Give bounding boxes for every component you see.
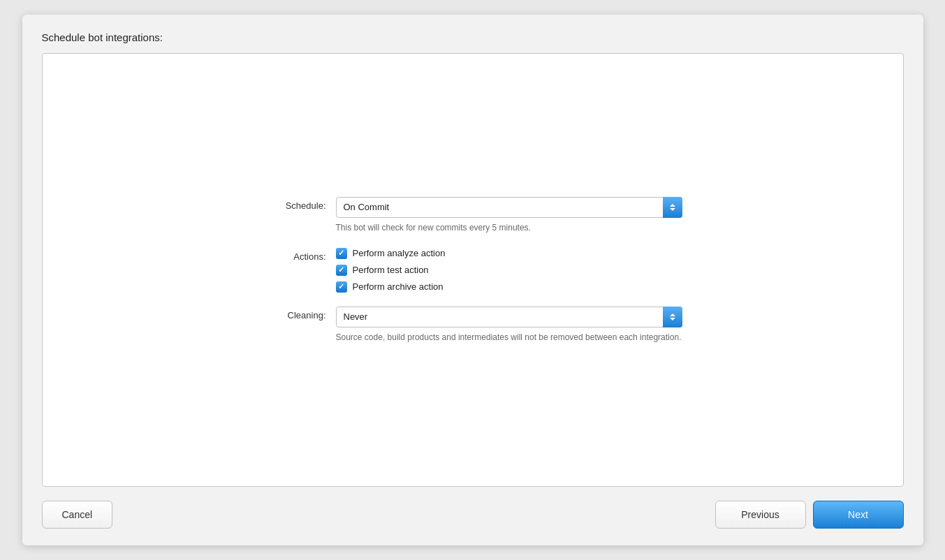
schedule-controls: On Commit Periodically Manual This bot w… <box>336 197 682 234</box>
action-analyze-row: Perform analyze action <box>336 248 446 259</box>
cleaning-label: Cleaning: <box>263 307 326 320</box>
schedule-hint: This bot will check for new commits ever… <box>336 222 682 234</box>
schedule-row: Schedule: On Commit Periodically Manual <box>263 197 682 234</box>
cleaning-controls: Never Always Once a Day Source code, bui… <box>336 307 682 344</box>
content-box: Schedule: On Commit Periodically Manual <box>42 53 904 487</box>
actions-row: Actions: Perform analyze action Perform … <box>263 248 682 293</box>
cleaning-select-wrapper: Never Always Once a Day <box>336 307 682 327</box>
form-area: Schedule: On Commit Periodically Manual <box>263 197 682 344</box>
action-analyze-label: Perform analyze action <box>353 248 446 258</box>
footer: Cancel Previous Next <box>42 501 904 529</box>
schedule-select-wrapper: On Commit Periodically Manual <box>336 197 682 218</box>
action-archive-row: Perform archive action <box>336 281 446 293</box>
action-archive-label: Perform archive action <box>353 281 444 292</box>
action-test-row: Perform test action <box>336 265 446 276</box>
action-analyze-checkbox[interactable] <box>336 248 347 259</box>
schedule-select[interactable]: On Commit Periodically Manual <box>336 197 682 218</box>
footer-right: Previous Next <box>715 501 904 529</box>
cancel-button[interactable]: Cancel <box>42 501 113 529</box>
page-title: Schedule bot integrations: <box>42 31 904 43</box>
cleaning-select[interactable]: Never Always Once a Day <box>336 307 682 327</box>
actions-label: Actions: <box>263 248 326 262</box>
cleaning-row: Cleaning: Never Always Once a Day S <box>263 307 682 344</box>
action-archive-checkbox[interactable] <box>336 281 347 293</box>
previous-button[interactable]: Previous <box>715 501 806 529</box>
action-test-label: Perform test action <box>353 265 429 275</box>
next-button[interactable]: Next <box>813 501 904 529</box>
action-test-checkbox[interactable] <box>336 265 347 276</box>
dialog: Schedule bot integrations: Schedule: On … <box>22 15 923 545</box>
schedule-label: Schedule: <box>263 197 326 211</box>
actions-checks: Perform analyze action Perform test acti… <box>336 248 446 293</box>
cleaning-hint: Source code, build products and intermed… <box>336 332 682 344</box>
